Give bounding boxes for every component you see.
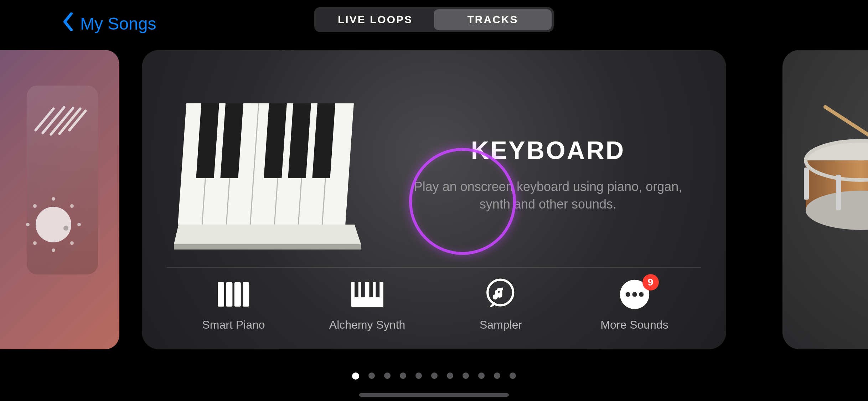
svg-rect-42: [243, 282, 249, 307]
page-dot[interactable]: [463, 372, 469, 379]
card-description: Play an onscreen keyboard using piano, o…: [413, 178, 683, 213]
page-dot[interactable]: [384, 372, 391, 379]
card-divider: [167, 267, 701, 268]
svg-rect-22: [836, 175, 841, 210]
svg-rect-46: [369, 282, 373, 297]
page-dot[interactable]: [447, 372, 453, 379]
svg-marker-38: [174, 244, 361, 250]
page-dot[interactable]: [478, 372, 485, 379]
sampler-icon: [485, 278, 517, 310]
page-dot[interactable]: [494, 372, 500, 379]
page-dot[interactable]: [352, 372, 359, 380]
sub-item-alchemy-synth[interactable]: Alchemy Synth: [314, 278, 421, 331]
svg-rect-39: [218, 282, 224, 307]
card-hero: KEYBOARD Play an onscreen keyboard using…: [167, 82, 701, 267]
page-indicator: [352, 372, 516, 380]
tab-live-loops[interactable]: LIVE LOOPS: [316, 9, 434, 30]
page-dot[interactable]: [368, 372, 375, 379]
card-title: KEYBOARD: [395, 136, 701, 165]
home-indicator: [359, 393, 509, 397]
svg-point-12: [70, 241, 74, 245]
svg-line-1: [43, 107, 64, 133]
svg-point-5: [36, 207, 71, 242]
svg-point-13: [77, 223, 81, 226]
svg-point-14: [70, 204, 74, 208]
svg-rect-21: [804, 168, 809, 200]
page-dot[interactable]: [415, 372, 422, 379]
back-button[interactable]: My Songs: [62, 12, 156, 35]
tab-live-loops-label: LIVE LOOPS: [338, 14, 413, 26]
svg-rect-44: [355, 282, 358, 297]
keyboard-illustration: [167, 100, 366, 250]
svg-rect-41: [234, 282, 241, 307]
more-sounds-badge: 9: [642, 274, 659, 291]
back-label: My Songs: [80, 14, 156, 34]
svg-point-53: [639, 292, 644, 297]
waveform-icon: [30, 91, 91, 142]
tab-tracks-label: TRACKS: [467, 14, 518, 26]
svg-rect-45: [361, 282, 365, 297]
instrument-carousel[interactable]: KEYBOARD Play an onscreen keyboard using…: [0, 39, 868, 353]
svg-point-6: [63, 226, 68, 231]
chevron-left-icon: [62, 12, 74, 35]
knob-icon: [21, 192, 86, 258]
page-dot[interactable]: [431, 372, 438, 379]
svg-point-8: [33, 204, 37, 208]
svg-point-52: [632, 292, 637, 297]
top-bar: My Songs LIVE LOOPS TRACKS: [0, 0, 868, 39]
alchemy-synth-icon: [351, 278, 383, 310]
sub-item-label: Sampler: [480, 318, 522, 331]
svg-point-51: [625, 292, 630, 297]
sub-item-smart-piano[interactable]: Smart Piano: [180, 278, 287, 331]
drum-icon: [804, 100, 868, 244]
svg-point-10: [33, 241, 37, 245]
svg-rect-47: [376, 282, 379, 297]
sub-item-more-sounds[interactable]: 9 More Sounds: [581, 278, 688, 331]
svg-marker-37: [174, 225, 361, 244]
tab-tracks[interactable]: TRACKS: [434, 9, 552, 30]
page-dot[interactable]: [400, 372, 406, 379]
svg-point-11: [52, 248, 55, 252]
svg-line-0: [36, 109, 53, 130]
sub-item-label: More Sounds: [600, 318, 668, 331]
segmented-control: LIVE LOOPS TRACKS: [314, 7, 554, 32]
sub-item-label: Smart Piano: [202, 318, 265, 331]
smart-piano-icon: [218, 278, 250, 310]
sub-instrument-row: Smart Piano Alchemy Synth: [167, 278, 701, 331]
svg-point-9: [26, 223, 30, 226]
svg-point-7: [52, 197, 55, 201]
page-dot[interactable]: [510, 372, 516, 379]
instrument-card-prev[interactable]: [0, 50, 119, 349]
sub-item-sampler[interactable]: Sampler: [448, 278, 554, 331]
instrument-card-next[interactable]: [782, 50, 868, 349]
svg-rect-40: [226, 282, 232, 307]
instrument-card-keyboard[interactable]: KEYBOARD Play an onscreen keyboard using…: [142, 50, 726, 349]
sub-item-label: Alchemy Synth: [329, 318, 405, 331]
